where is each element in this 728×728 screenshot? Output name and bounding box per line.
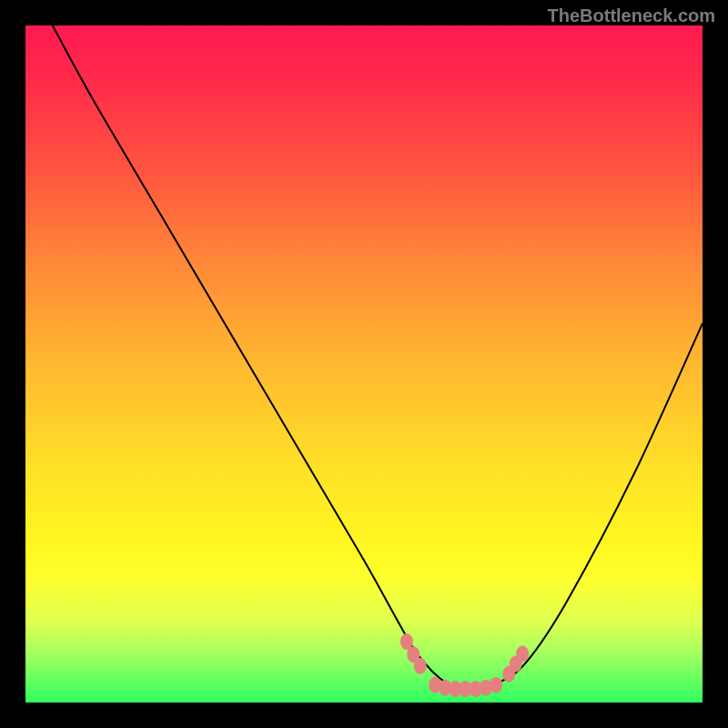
chart-markers (400, 633, 529, 697)
chart-container: TheBottleneck.com (0, 0, 728, 728)
watermark-text: TheBottleneck.com (548, 5, 715, 26)
chart-curve (53, 25, 703, 689)
marker-point (516, 645, 529, 662)
marker-point (414, 658, 427, 674)
chart-svg (25, 25, 703, 703)
marker-point (490, 677, 502, 693)
